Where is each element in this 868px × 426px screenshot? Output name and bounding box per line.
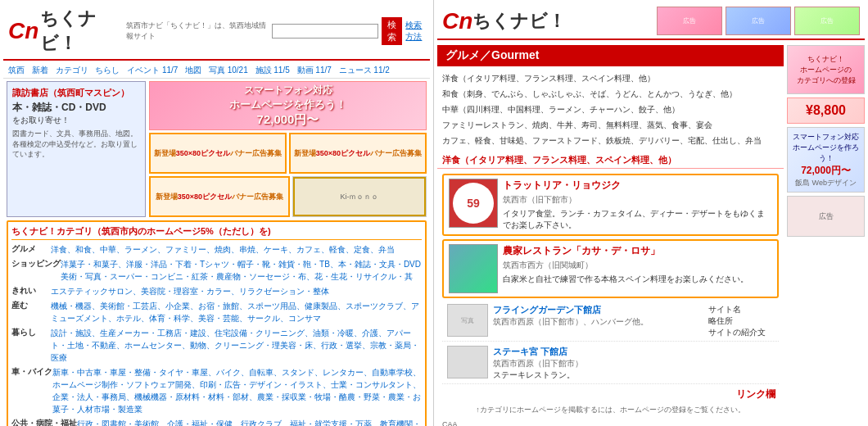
- site-name-label: サイト名: [708, 304, 774, 315]
- sidebar-ad-1[interactable]: ちくナビ！ ホームページの カテゴリへの登録: [787, 45, 865, 94]
- nav-news[interactable]: ニュース 11/2: [339, 66, 390, 75]
- right-panel: Cn ちくナビ！ 広告 広告 広告 グルメ／Gourmet 洋食（イタリア料理、…: [434, 0, 868, 426]
- left-header: Cn ちくナビ！ 筑西市ナビ「ちくナビ！」は、筑西地域情報サイト 検索 検索方法: [3, 3, 430, 61]
- cat-label-beauty: きれい: [11, 285, 51, 297]
- cat-label-public: 公共・病院・福祉: [11, 418, 77, 426]
- right-main: グルメ／Gourmet 洋食（イタリア料理、フランス料理、スペイン料理、他） 和…: [437, 45, 784, 426]
- cat-label-shopping: ショッピング: [11, 258, 61, 283]
- logo-cn: Cn: [8, 20, 38, 43]
- cat-links-car[interactable]: 新車・中古車・車屋・整備・タイヤ・車屋、バイク、自転車、スタンド、レンタカー、自…: [52, 366, 422, 415]
- sidebar-ad-price[interactable]: ¥8,800: [787, 97, 865, 124]
- search-button[interactable]: 検索: [382, 17, 402, 45]
- nav-event[interactable]: イベント 11/7: [127, 66, 178, 75]
- left-logo: Cn ちくナビ！ 筑西市ナビ「ちくナビ！」は、筑西地域情報サイト: [8, 7, 272, 56]
- small-banners: 新登場 350×80ピクセル バナー広告募集 新登場 350×80ピクセル バナ…: [149, 133, 427, 174]
- store-addr-1: 筑西市（旧下館市）: [503, 194, 772, 206]
- phone-banner-line2: ホームページを作ろう！: [229, 97, 346, 112]
- caa-label: CAA: [437, 419, 784, 426]
- link-col-container: リンク欄: [437, 387, 784, 401]
- store-banner: 諏訪書店（筑西町マスピン） 本・雑誌・CD・DVD をお取り寄せ！ 図書カード、…: [7, 81, 146, 217]
- search-how-link[interactable]: 検索方法: [405, 20, 425, 43]
- nav-chirashi[interactable]: ちらし: [95, 66, 120, 75]
- cat-row-shopping: ショッピング 洋菓子・和菓子、洋服・洋品・下着・Tシャツ・帽子・靴・雑貨・鞄・T…: [11, 258, 422, 283]
- store-items: 図書カード、文具、事務用品、地図。 各種検定の申込受付など。お取り置しています。: [12, 129, 140, 160]
- left-nav: 筑西 新着 カテゴリ ちらし イベント 11/7 地図 写真 10/21 施設 …: [3, 63, 430, 79]
- right-bottom-note: ↑カテゴリにホームページを掲載するには、ホームページの登録をご覧ください。: [437, 401, 784, 419]
- store-desc-2: 白家米と自社で練習で作る本格スペイン料理をお楽しみください。: [503, 274, 772, 285]
- cat-row-public: 公共・病院・福祉 行政・図書館・美術館、介護・福祉・保健、行政クラブ、福祉・就労…: [11, 418, 422, 426]
- cat-label-life: 暮らし: [11, 327, 51, 364]
- sidebar-price: ¥8,800: [793, 103, 859, 118]
- gourmet-title: グルメ／Gourmet: [437, 45, 784, 66]
- nav-top[interactable]: 筑西: [8, 66, 25, 75]
- store-info-1: トラットリア・リョウジク 筑西市（旧下館市） イタリア食堂。ランチ・カフェタイム…: [503, 179, 772, 231]
- cat-links-life[interactable]: 設計・施設、生産メーカー・工務店・建設、住宅設備・クリーニング、油類・冷暖、介護…: [51, 327, 422, 364]
- banner-misc: Ki-ｍｏｎｏ: [292, 176, 427, 217]
- search-input[interactable]: [272, 24, 378, 39]
- header-ad-3[interactable]: 広告: [794, 7, 860, 35]
- cat-row-gourmet: グルメ 洋食、和食、中華、ラーメン、ファミリー、焼肉、串焼、ケーキ、カフェ、軽食…: [11, 243, 422, 256]
- store-name-2[interactable]: 農家レストラン「カサ・デ・ロサ」: [503, 244, 772, 258]
- cat-links-public[interactable]: 行政・図書館・美術館、介護・福祉・保健、行政クラブ、福祉・就労支援・万薬、教育機…: [77, 418, 422, 426]
- nav-cat[interactable]: カテゴリ: [56, 66, 88, 75]
- phone-banner[interactable]: スマートフォン対応 ホームページを作ろう！ 72,000円〜: [149, 81, 427, 130]
- logo-tagline: 筑西市ナビ「ちくナビ！」は、筑西地域情報サイト: [126, 20, 273, 42]
- sidebar-ad-2[interactable]: スマートフォン対応 ホームページを作ろう！ 72,000円〜 飯島 Webデザイ…: [787, 127, 865, 193]
- cat-links-shopping[interactable]: 洋菓子・和菓子、洋服・洋品・下着・Tシャツ・帽子・靴・雑貨・鞄・TB、本・雑誌・…: [61, 258, 422, 283]
- plain-store-info-2: ステーキ宮 下館店 筑西市西原（旧下館市） ステーキレストラン。: [493, 346, 774, 381]
- store-name-1[interactable]: トラットリア・リョウジク: [503, 179, 772, 193]
- site-addr-label: 略住所: [708, 315, 774, 327]
- store-tagline: をお取り寄せ！: [12, 115, 140, 126]
- sidebar-ad-3-content: 広告: [819, 211, 834, 222]
- link-column-label: リンク欄: [437, 387, 784, 401]
- right-header: Cn ちくナビ！ 広告 広告 広告: [437, 3, 865, 40]
- nav-video[interactable]: 動画 11/7: [297, 66, 332, 75]
- phone-banner-price: 72,000円〜: [229, 112, 346, 128]
- cat-label-gourmet: グルメ: [11, 243, 51, 256]
- right-header-ads: 広告 広告 広告: [657, 7, 860, 35]
- sidebar-ad-2-line1: スマートフォン対応: [790, 132, 861, 143]
- nav-new[interactable]: 新着: [32, 66, 48, 75]
- sidebar-ad-2-price: 72,000円〜: [790, 164, 861, 178]
- cat-row-beauty: きれい エステティックサロン、美容院・理容室・カラー、リラクゼーション・整体: [11, 285, 422, 297]
- site-desc-label: サイトの紹介文: [708, 327, 774, 338]
- store-name: 諏訪書店（筑西町マスピン）: [12, 87, 140, 99]
- cat-links-gourmet[interactable]: 洋食、和食、中華、ラーメン、ファミリー、焼肉、串焼、ケーキ、カフェ、軽食、定食、…: [51, 243, 422, 256]
- cat-label-leisure: 産む: [11, 300, 51, 324]
- cat-row-car: 車・バイク 新車・中古車・車屋・整備・タイヤ・車屋、バイク、自転車、スタンド、レ…: [11, 366, 422, 415]
- plain-store-addr-2: 筑西市西原（旧下館市）: [493, 358, 774, 369]
- food-categories: 洋食（イタリア料理、フランス料理、スペイン料理、他） 和食（刺身、でんぶら、しゃ…: [437, 71, 784, 147]
- sidebar-ad-2-company: 飯島 Webデザイン: [790, 178, 861, 188]
- cat-row-life: 暮らし 設計・施設、生産メーカー・工務店・建設、住宅設備・クリーニング、油類・冷…: [11, 327, 422, 364]
- header-ad-1[interactable]: 広告: [657, 7, 722, 35]
- store-info-2: 農家レストラン「カサ・デ・ロサ」 筑西市西方（旧関城町） 白家米と自社で練習で作…: [503, 244, 772, 293]
- store-listing-1: 59 トラットリア・リョウジク 筑西市（旧下館市） イタリア食堂。ランチ・カフェ…: [442, 174, 779, 236]
- banner-recruit[interactable]: 新登場 350×80ピクセル バナー広告募集: [149, 133, 287, 174]
- phone-banner-line1: スマートフォン対応: [229, 84, 346, 97]
- cat-row-leisure: 産む 機械・機器、美術館・工芸店、小企業、お宿・旅館、スポーツ用品、健康製品、ス…: [11, 300, 422, 324]
- right-logo-text: ちくナビ！: [472, 9, 566, 34]
- food-cat-1: 和食（刺身、でんぶら、しゃぶしゃぶ、そば、うどん、とんかつ、うなぎ、他）: [442, 87, 779, 101]
- banner-recruit2[interactable]: 新登場 350×80ピクセル バナー広告募集: [289, 133, 427, 174]
- banner-recruit3[interactable]: 新登場 350×80ピクセル バナー広告募集: [149, 176, 290, 217]
- plain-store-name[interactable]: フライングガーデン下館店: [493, 304, 703, 316]
- sidebar-ad-1-cat: カテゴリへの登録: [797, 75, 856, 86]
- store-addr-2: 筑西市西方（旧関城町）: [503, 260, 772, 271]
- left-search-area: 検索 検索方法: [272, 17, 425, 45]
- cat-links-beauty[interactable]: エステティックサロン、美容院・理容室・カラー、リラクゼーション・整体: [51, 285, 422, 297]
- header-ad-2[interactable]: 広告: [726, 7, 791, 35]
- nav-facility[interactable]: 施設 11/5: [255, 66, 290, 75]
- store-photo-2: [449, 244, 498, 293]
- sidebar-ad-3[interactable]: 広告: [787, 196, 865, 237]
- cat-label-car: 車・バイク: [11, 366, 52, 415]
- small-banners2: 新登場 350×80ピクセル バナー広告募集 Ki-ｍｏｎｏ: [149, 176, 427, 217]
- food-cat-4: カフェ、軽食、甘味処、ファーストフード、鉄板焼、デリバリー、宅配、仕出し、弁当: [442, 134, 779, 147]
- sidebar-ad-2-line2: ホームページを作ろう！: [790, 143, 861, 164]
- plain-store-name-2[interactable]: ステーキ宮 下館店: [493, 346, 774, 358]
- plain-store-desc-2: ステーキレストラン。: [493, 369, 774, 381]
- cat-links-leisure[interactable]: 機械・機器、美術館・工芸店、小企業、お宿・旅館、スポーツ用品、健康製品、スポーツ…: [51, 300, 422, 324]
- nav-map[interactable]: 地図: [185, 66, 201, 75]
- right-logo-cn: Cn: [442, 10, 472, 33]
- nav-photo[interactable]: 写真 10/21: [209, 66, 248, 75]
- plain-store-row-2: ステーキ宮 下館店 筑西市西原（旧下館市） ステーキレストラン。: [442, 343, 779, 384]
